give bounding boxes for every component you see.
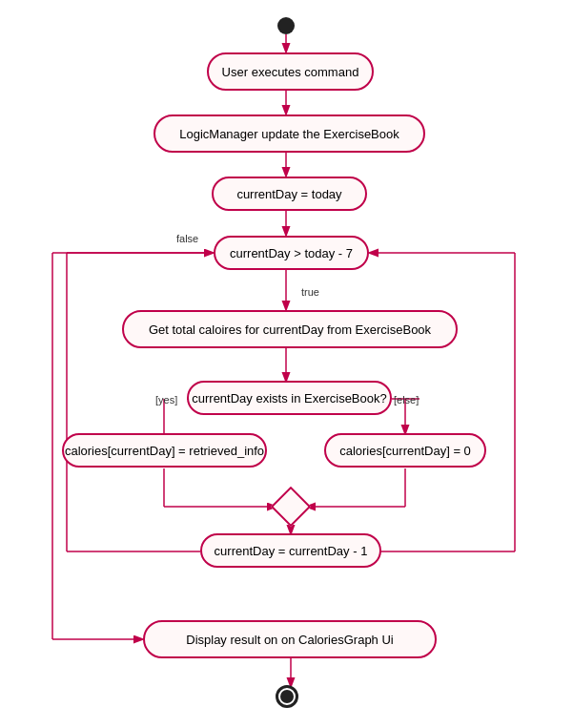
node-currentday-exists: currentDay exists in ExerciseBook?	[187, 381, 392, 415]
diamond-merge	[271, 487, 311, 527]
node-calories-retrieved: calories[currentDay] = retrieved_info	[62, 433, 267, 468]
start-node	[277, 17, 295, 34]
label-true: true	[301, 286, 319, 298]
end-node	[276, 685, 298, 708]
activity-diagram: User executes command LogicManager updat…	[0, 0, 573, 728]
node-currentday-today: currentDay = today	[212, 177, 367, 211]
label-false: false	[176, 233, 198, 244]
end-node-inner	[280, 690, 294, 703]
label-else: [else]	[394, 394, 419, 406]
node-get-total-calories: Get total caloires for currentDay from E…	[122, 310, 458, 348]
node-currentday-condition: currentDay > today - 7	[214, 236, 369, 270]
label-yes: [yes]	[155, 394, 177, 406]
node-currentday-decrement: currentDay = currentDay - 1	[200, 533, 381, 568]
node-calories-zero: calories[currentDay] = 0	[324, 433, 486, 468]
node-display-result: Display result on on CaloriesGraph Ui	[143, 620, 437, 658]
node-logicmanager-update: LogicManager update the ExerciseBook	[153, 114, 425, 153]
node-user-executes-command: User executes command	[207, 52, 374, 91]
